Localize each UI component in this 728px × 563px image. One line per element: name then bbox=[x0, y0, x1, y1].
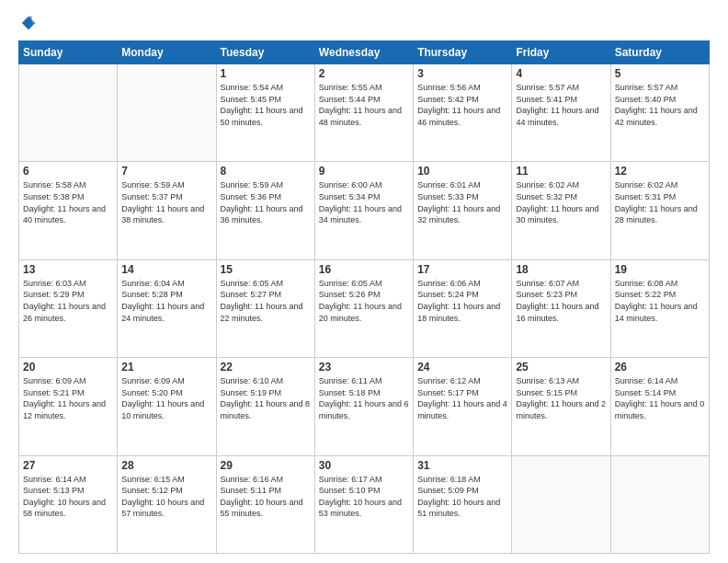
calendar-cell: 21Sunrise: 6:09 AMSunset: 5:20 PMDayligh… bbox=[118, 358, 216, 455]
day-info: Sunrise: 6:04 AMSunset: 5:28 PMDaylight:… bbox=[121, 278, 211, 324]
calendar-cell: 28Sunrise: 6:15 AMSunset: 5:12 PMDayligh… bbox=[118, 455, 216, 553]
day-number: 14 bbox=[121, 263, 211, 276]
day-header-tuesday: Tuesday bbox=[216, 41, 314, 64]
day-number: 6 bbox=[23, 165, 113, 178]
day-info: Sunrise: 5:59 AMSunset: 5:37 PMDaylight:… bbox=[121, 179, 211, 225]
calendar-cell: 1Sunrise: 5:54 AMSunset: 5:45 PMDaylight… bbox=[216, 64, 314, 162]
day-number: 25 bbox=[516, 361, 606, 373]
calendar-cell: 18Sunrise: 6:07 AMSunset: 5:23 PMDayligh… bbox=[512, 259, 610, 357]
page: SundayMondayTuesdayWednesdayThursdayFrid… bbox=[0, 0, 728, 563]
day-number: 16 bbox=[319, 263, 409, 276]
day-header-thursday: Thursday bbox=[414, 41, 512, 64]
calendar-table: SundayMondayTuesdayWednesdayThursdayFrid… bbox=[18, 40, 710, 554]
day-info: Sunrise: 6:12 AMSunset: 5:17 PMDaylight:… bbox=[417, 375, 507, 421]
day-header-monday: Monday bbox=[118, 41, 216, 64]
calendar-cell bbox=[118, 64, 216, 162]
day-number: 26 bbox=[615, 361, 705, 373]
day-header-wednesday: Wednesday bbox=[314, 41, 413, 64]
calendar-cell bbox=[610, 455, 709, 553]
header bbox=[18, 15, 710, 31]
day-number: 29 bbox=[221, 459, 311, 472]
day-number: 28 bbox=[121, 459, 211, 472]
calendar-cell: 7Sunrise: 5:59 AMSunset: 5:37 PMDaylight… bbox=[118, 162, 216, 259]
day-number: 19 bbox=[615, 263, 705, 276]
calendar-header-row: SundayMondayTuesdayWednesdayThursdayFrid… bbox=[19, 41, 710, 64]
day-number: 21 bbox=[121, 361, 211, 373]
day-info: Sunrise: 6:03 AMSunset: 5:29 PMDaylight:… bbox=[23, 278, 113, 324]
day-info: Sunrise: 6:02 AMSunset: 5:32 PMDaylight:… bbox=[516, 179, 606, 225]
day-info: Sunrise: 6:14 AMSunset: 5:13 PMDaylight:… bbox=[23, 474, 113, 520]
calendar-cell: 3Sunrise: 5:56 AMSunset: 5:42 PMDaylight… bbox=[414, 64, 512, 162]
day-number: 18 bbox=[516, 263, 606, 276]
day-info: Sunrise: 6:08 AMSunset: 5:22 PMDaylight:… bbox=[615, 278, 705, 324]
calendar-cell: 31Sunrise: 6:18 AMSunset: 5:09 PMDayligh… bbox=[414, 455, 512, 553]
calendar-cell: 16Sunrise: 6:05 AMSunset: 5:26 PMDayligh… bbox=[314, 259, 413, 357]
day-info: Sunrise: 6:07 AMSunset: 5:23 PMDaylight:… bbox=[516, 278, 606, 324]
day-header-sunday: Sunday bbox=[19, 41, 118, 64]
calendar-cell: 8Sunrise: 5:59 AMSunset: 5:36 PMDaylight… bbox=[216, 162, 314, 259]
logo bbox=[18, 15, 37, 31]
calendar-cell: 6Sunrise: 5:58 AMSunset: 5:38 PMDaylight… bbox=[19, 162, 118, 259]
calendar-cell: 29Sunrise: 6:16 AMSunset: 5:11 PMDayligh… bbox=[216, 455, 314, 553]
day-number: 2 bbox=[319, 67, 409, 80]
day-number: 5 bbox=[615, 67, 705, 80]
day-info: Sunrise: 6:02 AMSunset: 5:31 PMDaylight:… bbox=[615, 179, 705, 225]
day-number: 1 bbox=[221, 67, 311, 80]
day-info: Sunrise: 5:59 AMSunset: 5:36 PMDaylight:… bbox=[221, 179, 311, 225]
calendar-cell: 26Sunrise: 6:14 AMSunset: 5:14 PMDayligh… bbox=[610, 358, 709, 455]
day-number: 8 bbox=[221, 165, 311, 178]
day-info: Sunrise: 6:10 AMSunset: 5:19 PMDaylight:… bbox=[221, 375, 311, 421]
day-number: 30 bbox=[319, 459, 409, 472]
calendar-cell: 2Sunrise: 5:55 AMSunset: 5:44 PMDaylight… bbox=[314, 64, 413, 162]
calendar-cell: 17Sunrise: 6:06 AMSunset: 5:24 PMDayligh… bbox=[414, 259, 512, 357]
day-number: 27 bbox=[23, 459, 113, 472]
day-info: Sunrise: 5:57 AMSunset: 5:40 PMDaylight:… bbox=[615, 82, 705, 128]
calendar-cell: 24Sunrise: 6:12 AMSunset: 5:17 PMDayligh… bbox=[414, 358, 512, 455]
day-number: 13 bbox=[23, 263, 113, 276]
day-info: Sunrise: 6:15 AMSunset: 5:12 PMDaylight:… bbox=[121, 474, 211, 520]
day-number: 24 bbox=[417, 361, 507, 373]
week-row-3: 20Sunrise: 6:09 AMSunset: 5:21 PMDayligh… bbox=[19, 358, 710, 455]
day-info: Sunrise: 6:05 AMSunset: 5:27 PMDaylight:… bbox=[221, 278, 311, 324]
day-number: 12 bbox=[615, 165, 705, 178]
day-info: Sunrise: 6:06 AMSunset: 5:24 PMDaylight:… bbox=[417, 278, 507, 324]
day-info: Sunrise: 6:18 AMSunset: 5:09 PMDaylight:… bbox=[417, 474, 507, 520]
day-number: 7 bbox=[121, 165, 211, 178]
day-info: Sunrise: 6:16 AMSunset: 5:11 PMDaylight:… bbox=[221, 474, 311, 520]
calendar-cell: 14Sunrise: 6:04 AMSunset: 5:28 PMDayligh… bbox=[118, 259, 216, 357]
week-row-0: 1Sunrise: 5:54 AMSunset: 5:45 PMDaylight… bbox=[19, 64, 710, 162]
day-info: Sunrise: 5:55 AMSunset: 5:44 PMDaylight:… bbox=[319, 82, 409, 128]
calendar-cell: 22Sunrise: 6:10 AMSunset: 5:19 PMDayligh… bbox=[216, 358, 314, 455]
day-info: Sunrise: 6:17 AMSunset: 5:10 PMDaylight:… bbox=[319, 474, 409, 520]
calendar-cell bbox=[19, 64, 118, 162]
calendar-cell: 4Sunrise: 5:57 AMSunset: 5:41 PMDaylight… bbox=[512, 64, 610, 162]
day-number: 4 bbox=[516, 67, 606, 80]
day-info: Sunrise: 6:14 AMSunset: 5:14 PMDaylight:… bbox=[615, 375, 705, 421]
day-info: Sunrise: 5:54 AMSunset: 5:45 PMDaylight:… bbox=[221, 82, 311, 128]
calendar-cell: 10Sunrise: 6:01 AMSunset: 5:33 PMDayligh… bbox=[414, 162, 512, 259]
day-number: 17 bbox=[417, 263, 507, 276]
calendar-cell: 12Sunrise: 6:02 AMSunset: 5:31 PMDayligh… bbox=[610, 162, 709, 259]
calendar-cell: 23Sunrise: 6:11 AMSunset: 5:18 PMDayligh… bbox=[314, 358, 413, 455]
week-row-1: 6Sunrise: 5:58 AMSunset: 5:38 PMDaylight… bbox=[19, 162, 710, 259]
day-info: Sunrise: 5:58 AMSunset: 5:38 PMDaylight:… bbox=[23, 179, 113, 225]
logo-icon bbox=[20, 15, 37, 31]
calendar-cell: 15Sunrise: 6:05 AMSunset: 5:27 PMDayligh… bbox=[216, 259, 314, 357]
day-number: 10 bbox=[417, 165, 507, 178]
day-number: 9 bbox=[319, 165, 409, 178]
day-number: 3 bbox=[417, 67, 507, 80]
calendar-cell: 27Sunrise: 6:14 AMSunset: 5:13 PMDayligh… bbox=[19, 455, 118, 553]
day-number: 31 bbox=[417, 459, 507, 472]
calendar-cell: 20Sunrise: 6:09 AMSunset: 5:21 PMDayligh… bbox=[19, 358, 118, 455]
day-info: Sunrise: 6:01 AMSunset: 5:33 PMDaylight:… bbox=[417, 179, 507, 225]
calendar-cell: 11Sunrise: 6:02 AMSunset: 5:32 PMDayligh… bbox=[512, 162, 610, 259]
day-info: Sunrise: 6:11 AMSunset: 5:18 PMDaylight:… bbox=[319, 375, 409, 421]
day-info: Sunrise: 6:09 AMSunset: 5:20 PMDaylight:… bbox=[121, 375, 211, 421]
day-number: 22 bbox=[221, 361, 311, 373]
calendar-cell: 9Sunrise: 6:00 AMSunset: 5:34 PMDaylight… bbox=[314, 162, 413, 259]
week-row-4: 27Sunrise: 6:14 AMSunset: 5:13 PMDayligh… bbox=[19, 455, 710, 553]
day-number: 23 bbox=[319, 361, 409, 373]
day-number: 15 bbox=[221, 263, 311, 276]
calendar-cell: 25Sunrise: 6:13 AMSunset: 5:15 PMDayligh… bbox=[512, 358, 610, 455]
day-info: Sunrise: 6:05 AMSunset: 5:26 PMDaylight:… bbox=[319, 278, 409, 324]
